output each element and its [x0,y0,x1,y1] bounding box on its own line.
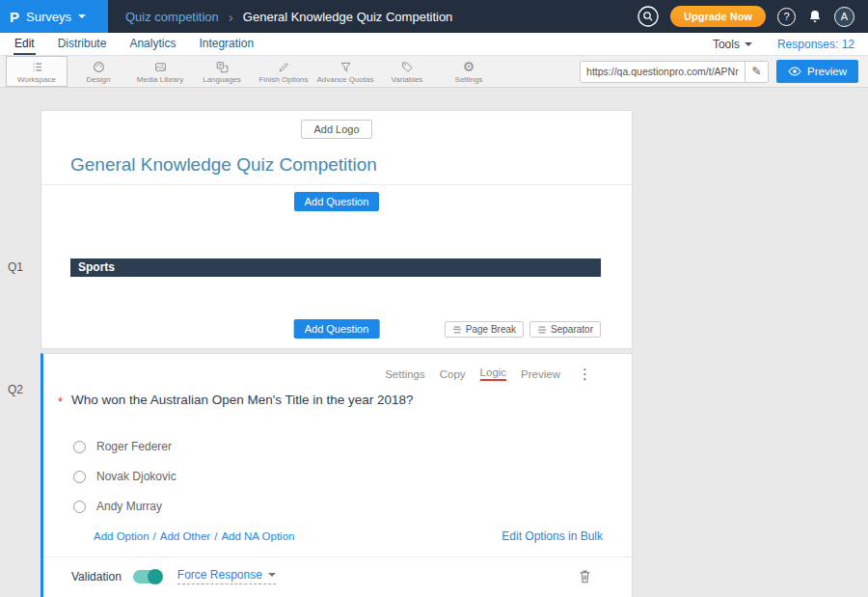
toolbar-item-label: Workspace [17,75,56,84]
toolbar-item-finish-options[interactable]: Finish Options [253,56,314,87]
question-label-q2: Q2 [8,383,23,396]
app-root: P Surveys Quiz competition › General Kno… [0,0,868,597]
toolbar-item-label: Languages [203,75,241,84]
survey-header-card: Add Logo General Knowledge Quiz Competit… [41,110,633,349]
page-break-label: Page Break [466,324,516,335]
tools-dropdown[interactable]: Tools [713,38,752,51]
q2-option-links: Add Option / Add Other / Add NA Option E… [43,529,632,543]
search-icon[interactable] [637,6,659,27]
validation-toggle[interactable] [133,570,162,583]
page-break-button[interactable]: Page Break [445,321,524,338]
add-logo-button[interactable]: Add Logo [301,120,371,139]
tab-integration[interactable]: Integration [198,33,255,55]
separator-label: Separator [551,324,593,335]
divider [41,184,632,185]
chevron-down-icon [268,573,276,577]
edit-options-in-bulk-link[interactable]: Edit Options in Bulk [502,529,603,543]
workspace-icon [30,60,44,74]
preview-button-label: Preview [807,66,847,77]
bell-icon[interactable] [807,9,823,24]
option-label[interactable]: Andy Murray [96,500,162,513]
break-buttons: Page Break Separator [445,321,601,338]
survey-toolbar: Workspace Design Media Library Languages… [0,56,868,88]
survey-url-input[interactable] [581,62,745,82]
card-bottom-row: Add Question Page Break Sepa [41,319,632,342]
question-label-q1: Q1 [8,260,23,274]
survey-title: General Knowledge Quiz Competition [70,154,632,176]
toolbar-item-languages[interactable]: Languages [191,56,253,87]
q2-menu-preview[interactable]: Preview [521,368,560,380]
tab-edit[interactable]: Edit [14,33,36,55]
topbar-actions: Upgrade Now ? A [637,6,868,27]
chevron-down-icon [78,14,86,18]
page-break-icon [452,325,462,335]
nav-right: Tools Responses: 12 [713,33,854,55]
q2-menu-settings[interactable]: Settings [385,368,425,380]
surveys-menu-button[interactable]: P Surveys [0,0,108,33]
upgrade-now-button[interactable]: Upgrade Now [670,6,766,27]
toolbar-item-label: Variables [392,75,423,84]
separator-button[interactable]: Separator [529,321,601,338]
toolbar-right: ✎ Preview [580,60,858,83]
radio-button[interactable] [73,501,86,513]
chevron-down-icon [745,42,752,46]
tab-distribute[interactable]: Distribute [57,33,108,55]
survey-url-box: ✎ [580,61,769,83]
settings-icon: ⚙ [463,60,475,74]
toolbar-item-advance-quotas[interactable]: Advance Quotas [314,56,376,87]
tab-analytics[interactable]: Analytics [128,33,176,55]
breadcrumb: Quiz competition › General Knowledge Qui… [125,9,452,25]
preview-button[interactable]: Preview [776,60,858,83]
q2-options-list: Roger Federer Novak Djokovic Andy Murray [43,409,632,513]
breadcrumb-survey-name[interactable]: Quiz competition [125,10,219,24]
more-options-icon[interactable]: ⋮ [578,368,592,380]
toolbar-item-settings[interactable]: ⚙ Settings [438,56,500,87]
q2-question-row[interactable]: * Who won the Australian Open Men's Titl… [43,381,632,409]
q2-footer: Validation Force Response [43,557,632,584]
toolbar-item-variables[interactable]: Variables [376,56,438,87]
option-label[interactable]: Roger Federer [96,440,172,453]
breadcrumb-current-page: General Knowledge Quiz Competition [243,10,453,24]
radio-option-row[interactable]: Roger Federer [73,440,632,453]
advance-quotas-icon [339,60,353,74]
link-separator: / [214,530,217,542]
toolbar-item-media-library[interactable]: Media Library [129,56,191,87]
add-option-link[interactable]: Add Option [94,530,149,542]
add-na-option-link[interactable]: Add NA Option [221,530,294,542]
radio-option-row[interactable]: Novak Djokovic [73,470,632,483]
q1-section-bar[interactable]: Sports [70,258,601,277]
add-question-button-bottom[interactable]: Add Question [294,319,380,339]
avatar[interactable]: A [834,7,854,27]
languages-icon [215,60,230,74]
option-label[interactable]: Novak Djokovic [96,470,176,483]
tools-label: Tools [713,38,740,51]
toolbar-item-design[interactable]: Design [68,56,129,87]
surveys-dropdown-label: Surveys [26,10,71,24]
toolbar-item-label: Finish Options [258,75,308,84]
questionpro-logo: P [10,9,19,25]
toolbar-item-label: Design [87,75,111,84]
add-other-link[interactable]: Add Other [160,530,210,542]
nav-tabs-bar: Edit Distribute Analytics Integration To… [0,33,868,56]
q2-question-card[interactable]: Settings Copy Logic Preview ⋮ * Who won … [41,353,633,597]
radio-button[interactable] [73,471,86,483]
radio-button[interactable] [73,441,86,453]
add-question-button-top[interactable]: Add Question [294,192,380,211]
force-response-dropdown[interactable]: Force Response [177,568,276,584]
radio-option-row[interactable]: Andy Murray [73,500,632,513]
toolbar-item-workspace[interactable]: Workspace [6,56,68,87]
edit-url-button[interactable]: ✎ [745,62,768,82]
eye-icon [788,67,801,76]
pencil-icon: ✎ [752,65,762,78]
toolbar-item-label: Settings [455,75,483,84]
media-library-icon [153,60,168,74]
required-asterisk: * [58,393,63,409]
q2-menu: Settings Copy Logic Preview ⋮ [43,354,632,381]
q2-menu-copy[interactable]: Copy [440,368,466,380]
q2-menu-logic[interactable]: Logic [480,366,507,381]
question-text[interactable]: Who won the Australian Open Men's Title … [71,393,414,409]
toggle-knob [148,569,163,584]
delete-question-button[interactable] [579,569,591,583]
help-icon[interactable]: ? [777,8,796,26]
responses-count-link[interactable]: Responses: 12 [777,38,854,51]
